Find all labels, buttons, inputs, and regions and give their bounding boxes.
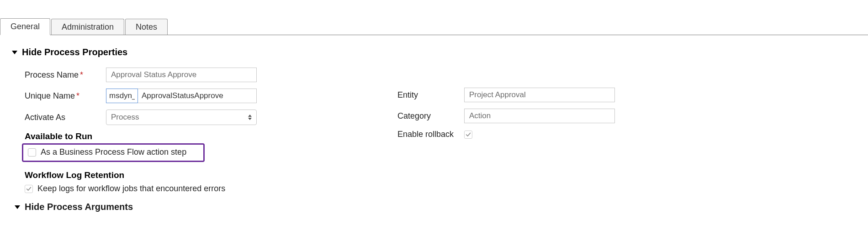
category-input[interactable] <box>464 109 615 123</box>
entity-label: Entity <box>397 90 464 100</box>
unique-name-composite <box>106 89 257 103</box>
caret-down-icon <box>15 205 20 209</box>
available-to-run-heading: Available to Run <box>25 131 384 141</box>
tab-general[interactable]: General <box>0 18 50 35</box>
enable-rollback-checkbox[interactable] <box>464 131 472 139</box>
enable-rollback-label: Enable rollback <box>397 130 464 139</box>
caret-down-icon <box>12 51 17 54</box>
required-asterisk: * <box>80 70 83 80</box>
activate-as-select[interactable]: Process <box>106 110 257 125</box>
tab-notes[interactable]: Notes <box>125 19 168 35</box>
section-process-arguments[interactable]: Hide Process Arguments <box>12 202 384 212</box>
keep-logs-label: Keep logs for workflow jobs that encount… <box>37 184 225 193</box>
section-process-arguments-label: Hide Process Arguments <box>25 202 133 212</box>
category-label: Category <box>397 111 464 121</box>
bpf-highlight-box: As a Business Process Flow action step <box>22 143 205 162</box>
required-asterisk: * <box>76 91 79 101</box>
unique-name-prefix-input[interactable] <box>106 89 138 103</box>
activate-as-label: Activate As <box>25 113 106 122</box>
tab-administration[interactable]: Administration <box>51 19 124 35</box>
activate-as-value: Process <box>111 113 139 122</box>
section-process-properties[interactable]: Hide Process Properties <box>9 47 859 58</box>
workflow-log-retention-heading: Workflow Log Retention <box>25 170 384 180</box>
process-name-label: Process Name* <box>25 70 106 80</box>
section-process-properties-label: Hide Process Properties <box>22 47 127 58</box>
bpf-step-checkbox[interactable] <box>28 148 36 157</box>
updown-icon <box>248 115 252 120</box>
bpf-step-label: As a Business Process Flow action step <box>41 147 186 157</box>
tab-underline <box>0 35 868 35</box>
tab-row: General Administration Notes <box>0 18 868 35</box>
unique-name-label: Unique Name* <box>25 91 106 101</box>
entity-input[interactable] <box>464 88 615 102</box>
unique-name-input[interactable] <box>138 89 257 103</box>
keep-logs-checkbox[interactable] <box>25 185 33 193</box>
process-name-input[interactable] <box>106 68 257 82</box>
